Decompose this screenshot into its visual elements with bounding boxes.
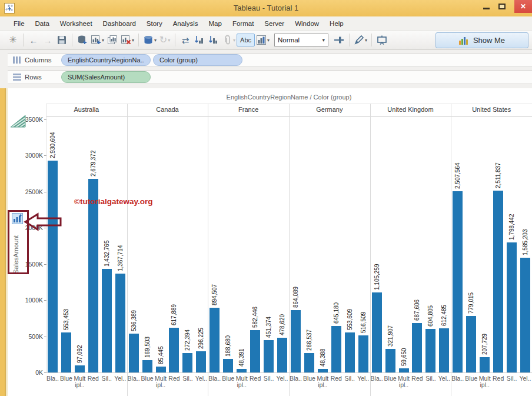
bar-france-0[interactable] (210, 308, 220, 372)
menu-analysis[interactable]: Analysis (168, 18, 204, 29)
column-header-canada[interactable]: Canada (127, 106, 208, 115)
bar-australia-5[interactable] (115, 274, 125, 372)
bar-france-2[interactable] (237, 369, 247, 372)
duplicate-sheet-icon[interactable] (105, 32, 119, 48)
bar-united-kingdom-1[interactable] (385, 349, 395, 372)
bar-australia-4[interactable] (102, 269, 112, 372)
highlight-icon[interactable]: ▾ (353, 32, 368, 48)
bar-france-1[interactable] (223, 359, 233, 372)
bar-germany-4[interactable] (345, 332, 355, 372)
bar-united-states-2[interactable] (480, 357, 490, 372)
minimize-button[interactable] (480, 0, 493, 13)
columns-shelf[interactable]: Columns EnglishCountryRegionNa..Color (g… (8, 53, 532, 67)
y-tick-mark (44, 300, 46, 301)
redo-icon[interactable]: → (41, 32, 55, 48)
x-axis-label[interactable]: Yel.. (517, 375, 532, 382)
dropdown-caret-icon[interactable]: ▾ (168, 38, 170, 43)
show-mark-labels-button[interactable]: Abc (237, 34, 255, 46)
bar-united-kingdom-2[interactable] (399, 368, 409, 372)
bar-united-kingdom-0[interactable] (372, 292, 382, 372)
bar-australia-2[interactable] (75, 365, 85, 372)
column-header-united-kingdom[interactable]: United Kingdom (370, 106, 451, 115)
bar-canada-2[interactable] (156, 367, 166, 372)
y-tick-mark (44, 119, 46, 120)
undo-icon[interactable]: ← (26, 32, 41, 48)
bar-united-kingdom-5[interactable] (439, 328, 449, 372)
column-header-germany[interactable]: Germany (289, 106, 370, 115)
bar-canada-0[interactable] (129, 334, 139, 372)
chevron-down-icon: ▾ (322, 37, 325, 43)
dropdown-caret-icon[interactable]: ▾ (154, 38, 157, 43)
bar-canada-3[interactable] (169, 328, 179, 372)
bar-germany-5[interactable] (358, 335, 368, 372)
menu-format[interactable]: Format (227, 18, 259, 29)
dropdown-caret-icon[interactable]: ▾ (102, 38, 104, 43)
bar-australia-3[interactable] (88, 179, 98, 372)
bar-canada-5[interactable] (196, 351, 206, 372)
bar-value-label: 612,485 (441, 305, 447, 326)
columns-pill-2[interactable]: Color (group) (153, 54, 242, 66)
menu-worksheet[interactable]: Worksheet (55, 18, 98, 29)
dropdown-caret-icon[interactable]: ▾ (267, 38, 270, 43)
dropdown-caret-icon[interactable]: ▾ (233, 38, 235, 43)
menu-file[interactable]: File (8, 18, 30, 29)
bar-germany-2[interactable] (318, 369, 328, 372)
menu-data[interactable]: Data (30, 18, 55, 29)
bar-germany-0[interactable] (291, 310, 301, 372)
bar-united-kingdom-4[interactable] (425, 329, 435, 372)
bar-value-label: 582,446 (252, 307, 258, 328)
bar-france-4[interactable] (264, 340, 274, 372)
datasource-icon[interactable]: ▾ (142, 32, 158, 48)
axis-chart-icon[interactable] (12, 213, 23, 224)
rows-pill-1[interactable]: SUM(SalesAmount) (61, 71, 151, 83)
totals-icon[interactable]: ▾ (255, 32, 271, 48)
column-header-united-states[interactable]: United States (451, 106, 532, 115)
swap-rows-columns-icon[interactable]: ⇄ (178, 32, 192, 48)
bar-france-5[interactable] (277, 338, 287, 372)
tableau-logo-icon[interactable]: ✳ (6, 32, 20, 48)
save-icon[interactable] (55, 32, 69, 48)
menu-dashboard[interactable]: Dashboard (98, 18, 141, 29)
sort-ascending-icon[interactable] (192, 32, 207, 48)
bar-australia-1[interactable] (61, 332, 71, 372)
presentation-mode-icon[interactable] (375, 32, 389, 48)
menu-map[interactable]: Map (204, 18, 227, 29)
bar-france-3[interactable] (250, 330, 260, 372)
bar-germany-1[interactable] (304, 353, 314, 372)
bar-united-states-3[interactable] (493, 191, 503, 372)
bar-canada-1[interactable] (142, 360, 152, 372)
bar-australia-0[interactable] (48, 161, 58, 372)
bar-united-states-5[interactable] (520, 258, 530, 372)
add-datasource-icon[interactable] (75, 32, 89, 48)
sort-descending-icon[interactable] (207, 32, 221, 48)
bar-germany-3[interactable] (331, 326, 341, 372)
maximize-button[interactable] (496, 0, 508, 13)
bar-value-label: 779,015 (468, 292, 474, 314)
bar-united-states-1[interactable] (466, 316, 476, 372)
dropdown-caret-icon[interactable]: ▾ (365, 38, 367, 43)
menu-help[interactable]: Help (324, 18, 349, 29)
column-header-australia[interactable]: Australia (46, 106, 127, 115)
dropdown-caret-icon[interactable]: ▾ (132, 38, 134, 43)
clear-sheet-icon[interactable]: ▾ (119, 32, 135, 48)
new-worksheet-icon[interactable]: ▾ (89, 32, 105, 48)
columns-pill-1[interactable]: EnglishCountryRegionNa.. (61, 54, 151, 66)
fit-select[interactable]: Normal▾ (274, 34, 328, 46)
fix-axes-icon[interactable] (332, 32, 346, 48)
refresh-icon[interactable]: ↻▾ (158, 32, 172, 48)
bar-united-states-4[interactable] (507, 242, 517, 372)
show-me-button[interactable]: Show Me (435, 32, 528, 48)
menu-window[interactable]: Window (290, 18, 324, 29)
maximize-icon (498, 4, 506, 9)
bar-united-states-0[interactable] (453, 191, 463, 372)
bar-united-kingdom-3[interactable] (412, 323, 422, 372)
column-header-france[interactable]: France (208, 106, 289, 115)
menu-bar: FileDataWorksheetDashboardStoryAnalysisM… (0, 16, 532, 31)
rows-shelf[interactable]: Rows SUM(SalesAmount) (8, 70, 532, 84)
axis-indicator-icon[interactable] (10, 115, 26, 128)
menu-story[interactable]: Story (141, 18, 168, 29)
menu-server[interactable]: Server (259, 18, 290, 29)
group-members-icon[interactable]: ▾ (221, 32, 237, 48)
close-button[interactable]: ✕ (514, 0, 532, 13)
bar-canada-4[interactable] (182, 353, 192, 372)
